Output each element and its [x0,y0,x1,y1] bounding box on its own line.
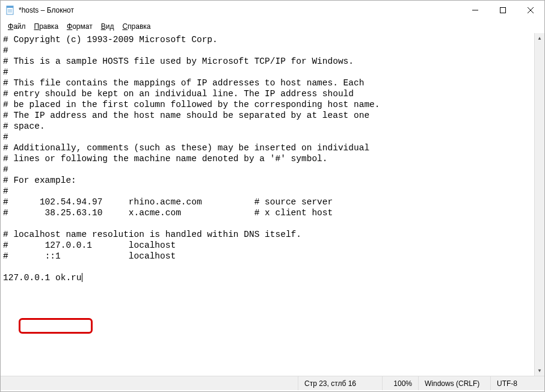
editor-content: # Copyright (c) 1993-2009 Microsoft Corp… [3,35,380,261]
titlebar: *hosts – Блокнот [1,1,544,20]
menu-help[interactable]: Справка [119,21,154,32]
text-editor[interactable]: # Copyright (c) 1993-2009 Microsoft Corp… [1,33,534,376]
scroll-up-icon[interactable]: ▲ [535,33,544,43]
title-left: *hosts – Блокнот [5,5,74,15]
status-line-ending: Windows (CRLF) [418,376,490,390]
window-title: *hosts – Блокнот [19,6,74,14]
maximize-button[interactable] [489,1,517,20]
editor-area: # Copyright (c) 1993-2009 Microsoft Corp… [1,33,544,376]
menu-format[interactable]: Формат [63,21,96,32]
minimize-button[interactable] [461,1,489,20]
notepad-icon [5,5,15,15]
status-position: Стр 23, стлб 16 [298,376,382,390]
menu-file[interactable]: Файл [4,21,29,32]
status-spacer [1,376,298,390]
window-controls [461,1,544,20]
status-encoding: UTF-8 [490,376,544,390]
statusbar: Стр 23, стлб 16 100% Windows (CRLF) UTF-… [1,376,544,390]
menu-view[interactable]: Вид [97,21,118,32]
svg-rect-1 [7,6,13,8]
svg-rect-6 [500,8,506,13]
status-zoom: 100% [382,376,418,390]
editor-lastline: 127.0.0.1 ok.ru [3,273,82,283]
menubar: Файл Правка Формат Вид Справка [1,20,544,33]
close-button[interactable] [517,1,544,20]
scroll-down-icon[interactable]: ▼ [535,366,544,376]
vertical-scrollbar[interactable]: ▲ ▼ [534,33,544,376]
menu-edit[interactable]: Правка [31,21,63,32]
text-cursor [82,273,82,282]
